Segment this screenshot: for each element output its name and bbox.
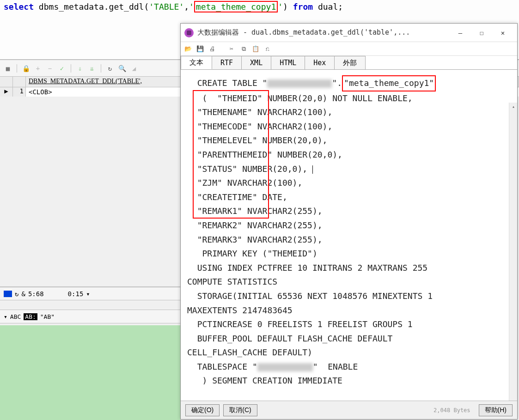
sql-string-tablename: meta_theme_copy1 xyxy=(194,1,278,12)
ddl-line: COMPUTE STATISTICS xyxy=(187,275,511,289)
format-tabs: 文本 RTF XML HTML Hex 外部 xyxy=(181,56,517,70)
tab-text[interactable]: 文本 xyxy=(181,56,212,69)
message-area xyxy=(0,325,180,420)
ddl-line: "STATUS" NUMBER(20,0), xyxy=(187,162,511,177)
cut-icon[interactable]: ✂ xyxy=(228,45,235,53)
copy-icon[interactable]: ⧉ xyxy=(240,45,247,53)
minimize-button[interactable]: — xyxy=(450,25,471,40)
ddl-line: "ZJM" NVARCHAR2(100), xyxy=(187,176,511,190)
elapsed-time: 0:15 xyxy=(68,290,84,298)
ddl-line: PRIMARY KEY ("THEMEID") xyxy=(187,247,511,261)
ddl-line: "REMARK3" NVARCHAR2(255), xyxy=(187,233,511,247)
ddl-line: TABLESPACE "" ENABLE xyxy=(187,360,511,374)
dropdown-icon[interactable]: ▾ xyxy=(4,313,7,320)
status-bar: ↻ & 5:68 0:15 ▾ xyxy=(0,286,180,300)
ab-inverse-label: AB: xyxy=(24,313,37,320)
status-amp: & xyxy=(21,290,25,298)
dialog-toolbar: 📂 💾 🖨 ✂ ⧉ 📋 ⎌ xyxy=(181,42,517,56)
keyword-select: select xyxy=(4,2,34,12)
sql-text: dbms_metadata.get_ddl( xyxy=(34,2,149,12)
ddl-line: USING INDEX PCTFREE 10 INITRANS 2 MAXTRA… xyxy=(187,261,511,275)
add-icon[interactable]: + xyxy=(34,64,42,73)
text-cursor xyxy=(312,165,313,174)
abc-label: ABC xyxy=(10,313,21,320)
ddl-line: STORAGE(INITIAL 65536 NEXT 1048576 MINEX… xyxy=(187,289,511,304)
ddl-line: "THEMELEVEL" NUMBER(20,0), xyxy=(187,134,511,148)
tab-rtf[interactable]: RTF xyxy=(212,56,242,69)
ddl-line: "REMARK1" NVARCHAR2(255), xyxy=(187,204,511,219)
status-color-block xyxy=(4,291,12,297)
row-marker: ▶ xyxy=(0,87,13,97)
row-number: 1 xyxy=(13,87,26,97)
ddl-line: CREATE TABLE ""."meta_theme_copy1" xyxy=(187,75,511,91)
table-name-highlight: "meta_theme_copy1" xyxy=(342,75,436,91)
status-bar-2: ▾ ABC AB: "AB" xyxy=(0,310,180,323)
ddl-line: CELL_FLASH_CACHE DEFAULT) xyxy=(187,346,511,360)
dialog-bottom-bar: 确定(O) 取消(C) 2,048 Bytes 帮助(H) xyxy=(181,401,517,419)
tab-html[interactable]: HTML xyxy=(271,56,305,69)
redacted-tablespace xyxy=(257,363,313,371)
ddl-line: MAXEXTENTS 2147483645 xyxy=(187,304,511,318)
reload-icon[interactable]: ↻ xyxy=(15,290,18,298)
ddl-line: BUFFER_POOL DEFAULT FLASH_CACHE DEFAULT xyxy=(187,332,511,346)
keyword-from: from xyxy=(293,2,313,12)
commit-icon[interactable]: ✓ xyxy=(58,64,66,73)
print-icon[interactable]: 🖨 xyxy=(208,45,216,53)
separator xyxy=(101,64,101,73)
scroll-up-icon[interactable]: ▴ xyxy=(509,103,518,111)
app-icon xyxy=(184,28,194,37)
ddl-line: ( "THEMEID" NUMBER(20,0) NOT NULL ENABLE… xyxy=(187,91,511,106)
redacted-schema xyxy=(267,79,332,88)
close-button[interactable]: ✕ xyxy=(492,25,513,40)
lock-icon[interactable]: 🔒 xyxy=(22,64,30,73)
cancel-button[interactable]: 取消(C) xyxy=(223,404,257,416)
paste-icon[interactable]: 📋 xyxy=(252,45,259,53)
ok-button[interactable]: 确定(O) xyxy=(185,404,220,416)
refresh-icon[interactable]: ↻ xyxy=(106,64,114,73)
help-button[interactable]: 帮助(H) xyxy=(479,404,513,416)
tab-hex[interactable]: Hex xyxy=(305,56,335,69)
rownum-header[interactable] xyxy=(13,77,26,87)
ab-quoted-label: "AB" xyxy=(40,313,55,320)
ddl-line: "THEMECODE" NVARCHAR2(100), xyxy=(187,120,511,134)
ddl-line: "CREATETIME" DATE, xyxy=(187,190,511,205)
grid-icon[interactable]: ▦ xyxy=(4,64,12,73)
ddl-line: "REMARK2" NVARCHAR2(255), xyxy=(187,219,511,233)
ddl-line: ) SEGMENT CREATION IMMEDIATE xyxy=(187,374,511,388)
maximize-button[interactable]: ☐ xyxy=(471,25,492,40)
window-title: 大数据编辑器 - dual.dbms_metadata.get_ddl('tab… xyxy=(197,28,450,37)
remove-icon[interactable]: − xyxy=(46,64,54,73)
titlebar[interactable]: 大数据编辑器 - dual.dbms_metadata.get_ddl('tab… xyxy=(181,24,517,42)
save-icon[interactable]: 💾 xyxy=(196,45,204,53)
open-icon[interactable]: 📂 xyxy=(184,45,192,53)
clob-editor-dialog: 大数据编辑器 - dual.dbms_metadata.get_ddl('tab… xyxy=(180,23,518,420)
separator xyxy=(71,64,71,73)
vertical-scrollbar[interactable]: ▴ xyxy=(509,103,517,401)
ddl-line: "THEMENAME" NVARCHAR2(100), xyxy=(187,105,511,120)
sql-string-arg1: 'TABLE' xyxy=(149,2,184,12)
undo-icon[interactable]: ⎌ xyxy=(264,45,271,53)
tab-external[interactable]: 外部 xyxy=(334,56,366,69)
byte-count: 2,048 Bytes xyxy=(434,407,470,414)
find-icon[interactable]: 🔍 xyxy=(118,64,126,73)
fetch-all-icon[interactable]: ⇊ xyxy=(88,64,96,73)
separator xyxy=(17,64,17,73)
erase-icon[interactable]: ◢ xyxy=(130,64,138,73)
fetch-icon[interactable]: ⇓ xyxy=(76,64,84,73)
ddl-text-content[interactable]: CREATE TABLE ""."meta_theme_copy1" ( "TH… xyxy=(181,70,517,401)
cursor-position: 5:68 xyxy=(28,290,44,298)
ddl-line: "PARENTTHEMEID" NUMBER(20,0), xyxy=(187,148,511,162)
tab-xml[interactable]: XML xyxy=(241,56,271,69)
grid-corner[interactable] xyxy=(0,77,13,87)
ddl-line: PCTINCREASE 0 FREELISTS 1 FREELIST GROUP… xyxy=(187,317,511,332)
dropdown-icon[interactable]: ▾ xyxy=(86,290,90,298)
